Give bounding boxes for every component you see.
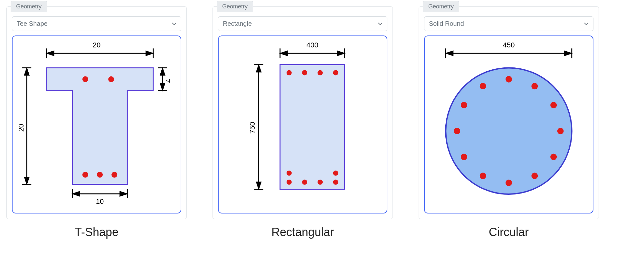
rebar-dot — [333, 171, 338, 176]
caret-down-icon — [172, 23, 176, 25]
rectangle-body — [280, 64, 345, 189]
rebar-dot — [287, 180, 292, 185]
panel-column-circular: Geometry Solid Round — [419, 6, 599, 239]
panel-tab[interactable]: Geometry — [11, 1, 47, 12]
viewport-rectangular: 400 750 — [218, 35, 387, 213]
shape-selector-value: Solid Round — [429, 20, 464, 27]
rebar-dot — [461, 102, 467, 108]
shape-selector-value: Tee Shape — [17, 20, 48, 27]
dim-flange-thickness: 4 — [165, 79, 173, 83]
rebar-dot — [287, 70, 292, 75]
panel-caption: Rectangular — [271, 225, 334, 239]
rebar-dot — [97, 172, 103, 178]
rebar-dot — [480, 173, 486, 179]
viewport-circular: 450 — [424, 35, 593, 213]
rebar-dot — [111, 172, 117, 178]
rebar-dot — [287, 171, 292, 176]
dim-height: 750 — [248, 122, 256, 134]
shape-selector[interactable]: Rectangle — [218, 16, 387, 31]
rebar-dot — [82, 76, 88, 82]
rebar-dot — [480, 83, 486, 89]
rebar-dot — [550, 154, 557, 160]
tshape-body — [46, 68, 153, 184]
shape-selector[interactable]: Solid Round — [424, 16, 593, 31]
shape-selector[interactable]: Tee Shape — [12, 16, 181, 31]
rebar-dot — [531, 83, 538, 89]
geometry-panel-circular: Geometry Solid Round — [419, 6, 599, 219]
rebar-dot — [333, 180, 338, 185]
dim-height-total: 20 — [17, 124, 25, 132]
rebar-dot — [108, 76, 114, 82]
rebar-dot — [506, 180, 512, 186]
rebar-dot — [302, 70, 307, 75]
shape-selector-value: Rectangle — [223, 20, 252, 27]
rebar-dot — [506, 76, 512, 83]
rebar-dot — [302, 180, 307, 185]
caret-down-icon — [378, 23, 383, 25]
rebar-dot — [461, 154, 467, 160]
panel-column-rectangular: Geometry Rectangle — [213, 6, 393, 239]
panel-caption: T-Shape — [75, 225, 118, 239]
geometry-panel-rectangular: Geometry Rectangle — [213, 6, 393, 219]
rebar-dot — [317, 180, 323, 185]
panel-caption: Circular — [489, 225, 529, 239]
rebar-dot — [317, 70, 323, 75]
panel-column-tshape: Geometry Tee Shape — [6, 6, 187, 239]
rebar-dot — [550, 102, 557, 108]
rebar-dot — [454, 128, 460, 134]
viewport-tshape: 20 20 4 10 — [12, 35, 181, 213]
rebar-dot — [333, 70, 338, 75]
caret-down-icon — [584, 23, 589, 25]
dim-width: 400 — [307, 41, 318, 49]
rebar-dot — [531, 173, 538, 179]
panel-tab[interactable]: Geometry — [217, 1, 253, 12]
panel-tab[interactable]: Geometry — [423, 1, 459, 12]
circle-body — [446, 68, 572, 194]
rebar-dot — [82, 172, 88, 178]
dim-diameter: 450 — [503, 41, 515, 49]
geometry-panel-tshape: Geometry Tee Shape — [6, 6, 187, 219]
rebar-dot — [557, 128, 564, 134]
dim-web-width: 10 — [96, 197, 104, 205]
dim-width-top: 20 — [93, 41, 101, 49]
